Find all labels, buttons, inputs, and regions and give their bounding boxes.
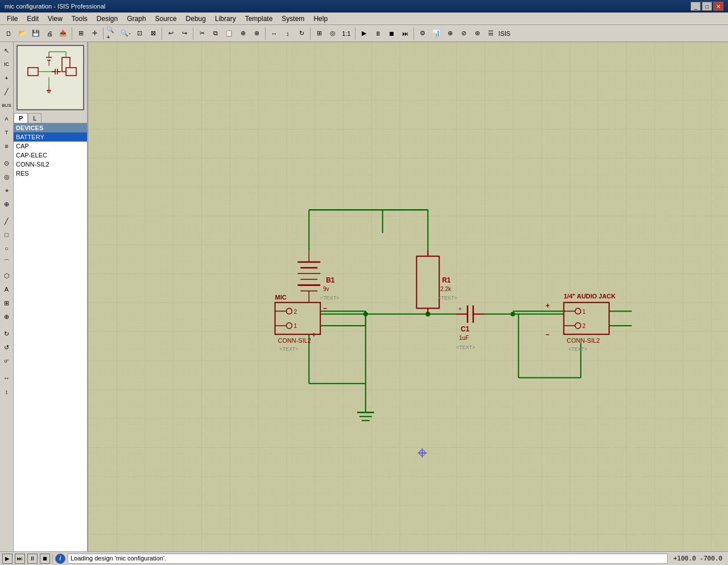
redo-button[interactable]: ↪ (178, 27, 191, 40)
comp-res[interactable]: RES (14, 169, 87, 178)
menu-library[interactable]: Library (210, 14, 241, 24)
junction-tool[interactable]: + (1, 72, 13, 84)
undo-button[interactable]: ↩ (164, 27, 177, 40)
svg-text:2.2k: 2.2k (440, 286, 452, 292)
wire-tool[interactable]: ╱ (1, 85, 13, 98)
bus-tool[interactable]: BUS (1, 99, 13, 111)
mirror-h-button[interactable]: ↔ (268, 27, 280, 40)
grid-button[interactable]: ⊞ (75, 27, 87, 40)
draw-arc-tool[interactable]: ⌒ (1, 256, 13, 268)
tool3-button[interactable]: ⊕ (444, 27, 456, 40)
left-panel: ↖ IC + ╱ BUS A T ≡ ⊙ ◎ ⌖ ⊕ ╱ □ ○ ⌒ ⬡ A ⊞… (0, 42, 88, 551)
stop-button[interactable]: ⏹ (40, 554, 50, 564)
sim-stop-button[interactable]: ⏹ (385, 27, 398, 40)
svg-rect-59 (416, 256, 439, 309)
maximize-button[interactable]: □ (702, 2, 712, 11)
title-bar: mic configuration - ISIS Professional _ … (0, 0, 728, 13)
tool7-button[interactable]: ISIS (498, 27, 511, 40)
rotate-ccw-tool[interactable]: ↺ (1, 341, 13, 354)
menu-debug[interactable]: Debug (181, 14, 210, 24)
select-tool[interactable]: ↖ (1, 44, 13, 57)
menu-source[interactable]: Source (151, 14, 181, 24)
comp-battery[interactable]: BATTERY (14, 132, 87, 142)
script-tool[interactable]: ≡ (1, 140, 13, 152)
pause-button[interactable]: ⏸ (27, 554, 38, 564)
svg-text:<TEXT>: <TEXT> (438, 295, 457, 301)
symbol-tool[interactable]: ⊞ (1, 297, 13, 309)
rotate-cw-tool[interactable]: ↻ (1, 327, 13, 340)
zoom-all-button[interactable]: ⊡ (133, 27, 146, 40)
comp-conn-sil2[interactable]: CONN-SIL2 (14, 160, 87, 169)
svg-text:+: + (312, 331, 316, 339)
text-label-tool[interactable]: A (1, 283, 13, 296)
snap-button[interactable]: ✛ (88, 27, 101, 40)
origin-tool[interactable]: ⊕ (1, 310, 13, 323)
flip-v-tool[interactable]: ↕ (1, 385, 13, 398)
draw-box-tool[interactable]: □ (1, 229, 13, 241)
menu-tools[interactable]: Tools (67, 14, 92, 24)
zoom-fit-button[interactable]: ⊞ (313, 27, 325, 40)
cut-button[interactable]: ✂ (196, 27, 208, 40)
close-button[interactable]: ✕ (713, 2, 723, 11)
sim-step-button[interactable]: ⏭ (399, 27, 411, 40)
label-tool[interactable]: A (1, 113, 13, 125)
zoom-in-button[interactable]: 🔍+ (106, 27, 118, 40)
menu-design[interactable]: Design (92, 14, 122, 24)
svg-text:<TEXT>: <TEXT> (456, 344, 475, 350)
tool1-button[interactable]: ⚙ (416, 27, 429, 40)
menu-template[interactable]: Template (241, 14, 278, 24)
zoom-select-button[interactable]: ◎ (326, 27, 339, 40)
menu-help[interactable]: Help (309, 14, 332, 24)
menu-view[interactable]: View (43, 14, 67, 24)
svg-text:+: + (458, 306, 462, 312)
copy-button[interactable]: ⧉ (209, 27, 222, 40)
probe-tool[interactable]: ⊙ (1, 157, 13, 169)
sim-run-button[interactable]: ▶ (358, 27, 370, 40)
menu-edit[interactable]: Edit (22, 14, 43, 24)
tool4-button[interactable]: ⊘ (457, 27, 470, 40)
export-button[interactable]: 📤 (57, 27, 69, 40)
canvas-area[interactable]: B1 9v <TEXT> R1 2.2k <TEXT> + C1 1uF <TE… (88, 42, 728, 551)
svg-text:B1: B1 (326, 276, 335, 284)
flip-h-tool[interactable]: ↔ (1, 372, 13, 384)
draw-line-tool[interactable]: ╱ (1, 215, 13, 227)
play-button[interactable]: ▶ (2, 554, 13, 564)
tool2-button[interactable]: 📊 (430, 27, 442, 40)
tool6-button[interactable]: ☰ (485, 27, 497, 40)
title-controls[interactable]: _ □ ✕ (690, 2, 723, 11)
menu-system[interactable]: System (277, 14, 309, 24)
zoom-100-button[interactable]: 1:1 (340, 27, 353, 40)
component-tabs: P L (14, 113, 87, 123)
new-button[interactable]: 🗋 (2, 27, 15, 40)
tab-l[interactable]: L (28, 113, 42, 123)
svg-rect-89 (564, 302, 609, 334)
marker-tool[interactable]: ◎ (1, 171, 13, 183)
tab-p[interactable]: P (14, 113, 28, 123)
left-toolbar: ↖ IC + ╱ BUS A T ≡ ⊙ ◎ ⌖ ⊕ ╱ □ ○ ⌒ ⬡ A ⊞… (0, 42, 14, 551)
block-paste-button[interactable]: ⊗ (250, 27, 263, 40)
save-button[interactable]: 💾 (30, 27, 42, 40)
open-button[interactable]: 📂 (16, 27, 28, 40)
zoom-out-button[interactable]: 🔍- (119, 27, 132, 40)
component-tool[interactable]: IC (1, 58, 13, 70)
print-button[interactable]: 🖨 (43, 27, 56, 40)
tape-tool[interactable]: ⌖ (1, 184, 13, 197)
minimize-button[interactable]: _ (690, 2, 701, 11)
zoom-area-button[interactable]: ⊠ (147, 27, 159, 40)
paste-button[interactable]: 📋 (223, 27, 235, 40)
mirror-v-button[interactable]: ↕ (282, 27, 294, 40)
step-button[interactable]: ⏭ (15, 554, 25, 564)
tool5-button[interactable]: ⊛ (471, 27, 483, 40)
block-copy-button[interactable]: ⊕ (237, 27, 249, 40)
sim-pause-button[interactable]: ⏸ (371, 27, 384, 40)
sep7 (355, 27, 355, 40)
text-tool[interactable]: T (1, 126, 13, 139)
draw-poly-tool[interactable]: ⬡ (1, 269, 13, 282)
comp-cap-elec[interactable]: CAP-ELEC (14, 151, 87, 160)
generator-tool[interactable]: ⊕ (1, 198, 13, 210)
menu-graph[interactable]: Graph (122, 14, 150, 24)
rotate-button[interactable]: ↻ (295, 27, 308, 40)
menu-file[interactable]: File (2, 14, 22, 24)
draw-circle-tool[interactable]: ○ (1, 242, 13, 255)
comp-cap[interactable]: CAP (14, 142, 87, 151)
